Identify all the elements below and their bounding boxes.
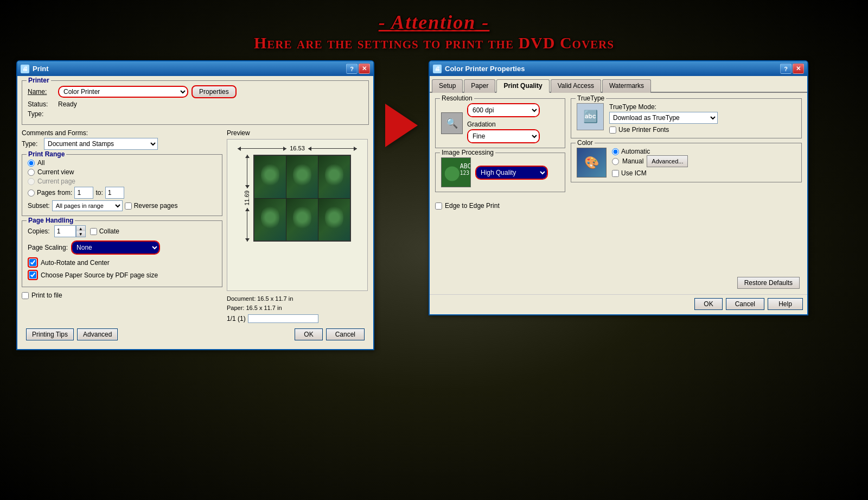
- print-to-file-checkbox[interactable]: [22, 292, 29, 299]
- automatic-radio[interactable]: [612, 148, 619, 155]
- image-processing-section: Image Processing ABC 123: [435, 153, 565, 192]
- image-processing-label: Image Processing: [440, 149, 495, 156]
- print-dialog-body: Printer Name: Color Printer Properties S…: [17, 76, 373, 349]
- width-arrow-right: [308, 148, 357, 149]
- to-label: to:: [95, 189, 103, 197]
- subset-row: Subset: All pages in range Reverse pages: [28, 200, 216, 211]
- subset-label: Subset:: [28, 202, 50, 210]
- dpi-select-wrapper: 600 dpi 300 dpi: [467, 103, 540, 117]
- current-view-radio[interactable]: [28, 169, 35, 176]
- current-view-label: Current view: [37, 168, 74, 176]
- subset-select[interactable]: All pages in range: [52, 200, 123, 211]
- print-range-label: Print Range: [27, 150, 66, 158]
- tab-paper[interactable]: Paper: [464, 79, 495, 93]
- tab-valid-access[interactable]: Valid Access: [551, 79, 601, 93]
- help-titlebar-btn[interactable]: ?: [346, 64, 358, 74]
- color-help-button[interactable]: Help: [768, 298, 803, 310]
- reverse-pages-checkbox[interactable]: [125, 202, 132, 210]
- svg-text:123: 123: [460, 170, 470, 176]
- status-value: Ready: [58, 100, 77, 108]
- fine-select-wrapper: Fine Standard: [467, 129, 540, 143]
- page-indicator: 1/1 (1): [227, 315, 246, 322]
- preview-cell-2: [286, 156, 318, 198]
- arrow-container: [385, 60, 418, 147]
- tab-print-quality[interactable]: Print Quality: [496, 79, 549, 93]
- edge-print-checkbox[interactable]: [435, 202, 442, 210]
- restore-defaults-container: Restore Defaults: [435, 277, 802, 289]
- hq-select-wrapper: High Quality Standard: [475, 166, 548, 180]
- from-input[interactable]: [74, 187, 93, 199]
- bottom-right-buttons: OK Cancel: [295, 328, 365, 340]
- print-right: Preview 16.53 11.69: [227, 129, 369, 325]
- width-indicator: 16.53: [238, 145, 357, 151]
- truetype-mode-select[interactable]: Download as TrueType: [609, 112, 718, 124]
- current-page-radio[interactable]: [28, 178, 35, 185]
- manual-radio[interactable]: [612, 158, 619, 165]
- manual-row: Manual Advanced...: [612, 155, 688, 167]
- auto-rotate-checkbox[interactable]: [29, 259, 36, 266]
- copies-spinner: ▲ ▼: [54, 225, 86, 237]
- auto-rotate-wrapper: [28, 257, 38, 268]
- print-cancel-button[interactable]: Cancel: [326, 328, 365, 340]
- page-slider[interactable]: [248, 314, 318, 323]
- color-help-btn[interactable]: ?: [780, 64, 792, 74]
- subtitle-text: Here are the settings to print the DVD C…: [0, 34, 868, 52]
- choose-paper-checkbox[interactable]: [29, 271, 36, 279]
- document-stamps-select[interactable]: Document and Stamps: [44, 138, 158, 150]
- props-left: Resolution 🔍 600 dpi 300 dpi: [435, 98, 565, 197]
- print-titlebar: 🖨 Print ? ✕: [17, 61, 373, 76]
- page-scaling-row: Page Scaling: None: [28, 240, 216, 255]
- page-scaling-select[interactable]: None: [72, 242, 159, 254]
- all-radio[interactable]: [28, 160, 35, 167]
- height-line-2: [247, 208, 247, 242]
- color-ok-button[interactable]: OK: [694, 298, 722, 310]
- fine-select[interactable]: Fine Standard: [468, 130, 539, 142]
- close-titlebar-btn[interactable]: ✕: [359, 64, 370, 74]
- titlebar-buttons: ? ✕: [346, 64, 370, 74]
- tt-row: 🔤 TrueType Mode: Download as TrueType Us…: [577, 103, 796, 134]
- tabs-bar: Setup Paper Print Quality Valid Access W…: [430, 76, 807, 93]
- printing-tips-button[interactable]: Printing Tips: [26, 328, 74, 340]
- to-input[interactable]: [105, 187, 124, 199]
- use-icm-checkbox[interactable]: [612, 170, 619, 177]
- restore-defaults-button[interactable]: Restore Defaults: [737, 277, 800, 289]
- pages-row: Pages from: to:: [28, 187, 216, 199]
- printer-name-select[interactable]: Color Printer: [58, 86, 188, 98]
- choose-paper-wrapper: [28, 270, 38, 280]
- type-label-2: Type:: [22, 140, 41, 148]
- printer-section: Printer Name: Color Printer Properties S…: [22, 80, 369, 125]
- resolution-label: Resolution: [440, 94, 474, 102]
- status-label: Status:: [28, 100, 55, 108]
- use-printer-fonts-checkbox[interactable]: [609, 126, 616, 134]
- copies-input[interactable]: [54, 225, 76, 237]
- collate-checkbox[interactable]: [90, 228, 97, 235]
- all-radio-row: All: [28, 159, 216, 167]
- color-content: 🎨 Automatic Manual Advanced...: [577, 148, 796, 178]
- properties-button[interactable]: Properties: [192, 85, 237, 98]
- color-controls: Automatic Manual Advanced... Use ICM: [612, 148, 688, 178]
- resolution-controls: 600 dpi 300 dpi Gradation Fine: [467, 103, 540, 143]
- color-advanced-button[interactable]: Advanced...: [647, 155, 688, 167]
- preview-area: Preview 16.53 11.69: [227, 129, 369, 323]
- slider-row: 1/1 (1): [227, 314, 369, 323]
- name-row: Name: Color Printer Properties: [28, 85, 363, 98]
- hq-select[interactable]: High Quality Standard: [476, 167, 547, 179]
- titlebar-left: 🖨 Print: [21, 65, 49, 73]
- dpi-select[interactable]: 600 dpi 300 dpi: [468, 104, 539, 116]
- tab-setup[interactable]: Setup: [432, 79, 463, 93]
- print-to-file-label: Print to file: [31, 292, 62, 299]
- reverse-pages-label: Reverse pages: [134, 202, 178, 210]
- print-to-file-row: Print to file: [22, 292, 222, 299]
- advanced-button[interactable]: Advanced: [77, 328, 118, 340]
- copies-up-arrow[interactable]: ▲: [76, 226, 85, 231]
- color-close-btn[interactable]: ✕: [793, 64, 804, 74]
- color-printer-title: Color Printer Properties: [445, 65, 525, 73]
- tab-watermarks[interactable]: Watermarks: [602, 79, 651, 93]
- print-ok-button[interactable]: OK: [295, 328, 322, 340]
- color-printer-titlebar: 🖨 Color Printer Properties ? ✕: [430, 61, 807, 76]
- print-left: Comments and Forms: Type: Document and S…: [22, 129, 222, 325]
- copies-row: Copies: ▲ ▼ Collate: [28, 225, 216, 237]
- pages-radio[interactable]: [28, 189, 35, 197]
- color-cancel-button[interactable]: Cancel: [726, 298, 764, 310]
- copies-down-arrow[interactable]: ▼: [76, 231, 85, 237]
